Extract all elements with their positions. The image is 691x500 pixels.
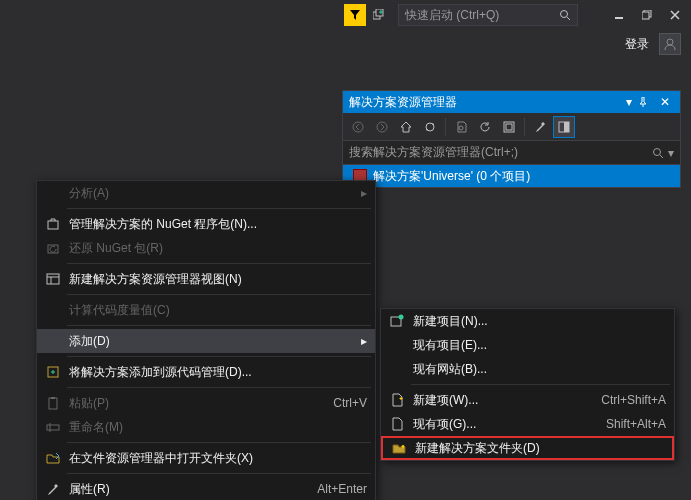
menu-add-source-control[interactable]: 将解决方案添加到源代码管理(D)... [37, 360, 375, 384]
login-row: 登录 [0, 30, 691, 58]
submenu-existing-project[interactable]: 现有项目(E)... [381, 333, 674, 357]
submenu-new-solution-folder[interactable]: 新建解决方案文件夹(D) [381, 436, 674, 460]
rename-icon [41, 415, 65, 439]
new-item-icon [385, 388, 409, 412]
solution-explorer-title-bar[interactable]: 解决方案资源管理器 ▾ ✕ [343, 91, 680, 113]
wrench-icon [41, 477, 65, 500]
pending-changes-icon[interactable] [450, 116, 472, 138]
menu-manage-nuget[interactable]: 管理解决方案的 NuGet 程序包(N)... [37, 212, 375, 236]
properties-icon[interactable] [529, 116, 551, 138]
pin-icon[interactable] [638, 97, 656, 107]
view-icon [41, 267, 65, 291]
menu-new-view[interactable]: 新建解决方案资源管理器视图(N) [37, 267, 375, 291]
solution-explorer-panel: 解决方案资源管理器 ▾ ✕ 搜索解决方案资源管理器(Ctrl+;) ▾ 解决方案… [342, 90, 681, 188]
solution-root-label: 解决方案'Universe' (0 个项目) [373, 168, 530, 185]
menu-rename[interactable]: 重命名(M) [37, 415, 375, 439]
menu-add[interactable]: 添加(D)▸ [37, 329, 375, 353]
context-menu-main: 分析(A)▸ 管理解决方案的 NuGet 程序包(N)... 还原 NuGet … [36, 180, 376, 500]
new-folder-icon [387, 436, 411, 460]
close-panel-icon[interactable]: ✕ [656, 95, 674, 109]
submenu-new-project[interactable]: 新建项目(N)... [381, 309, 674, 333]
svg-point-2 [561, 11, 568, 18]
preview-icon[interactable] [553, 116, 575, 138]
nuget-icon [41, 212, 65, 236]
svg-rect-10 [506, 124, 512, 130]
user-avatar-icon[interactable] [659, 33, 681, 55]
menu-paste[interactable]: 粘贴(P) Ctrl+V [37, 391, 375, 415]
refresh-icon[interactable] [474, 116, 496, 138]
existing-item-icon [385, 412, 409, 436]
new-project-icon [385, 309, 409, 333]
home-icon[interactable] [395, 116, 417, 138]
submenu-existing-website[interactable]: 现有网站(B)... [381, 357, 674, 381]
solution-explorer-toolbar [343, 113, 680, 141]
svg-rect-14 [48, 221, 58, 229]
filter-dropdown-icon[interactable] [344, 4, 366, 26]
restore-icon [41, 236, 65, 260]
svg-point-5 [667, 39, 673, 45]
solution-explorer-title: 解决方案资源管理器 [349, 94, 457, 111]
svg-point-7 [377, 122, 387, 132]
close-button[interactable] [663, 3, 687, 27]
new-pane-icon[interactable] [368, 4, 390, 26]
paste-icon [41, 391, 65, 415]
context-menu-add-submenu: 新建项目(N)... 现有项目(E)... 现有网站(B)... 新建项(W).… [380, 308, 675, 461]
dropdown-icon[interactable]: ▾ [668, 146, 674, 160]
svg-point-8 [459, 126, 463, 130]
se-search-placeholder: 搜索解决方案资源管理器(Ctrl+;) [349, 144, 652, 161]
menu-analyze[interactable]: 分析(A)▸ [37, 181, 375, 205]
solution-explorer-search[interactable]: 搜索解决方案资源管理器(Ctrl+;) ▾ [343, 141, 680, 165]
back-icon[interactable] [347, 116, 369, 138]
solution-tree: 解决方案'Universe' (0 个项目) [343, 165, 680, 187]
svg-rect-4 [642, 12, 649, 19]
submenu-existing-item[interactable]: 现有项(G)... Shift+Alt+A [381, 412, 674, 436]
minimize-button[interactable] [607, 3, 631, 27]
svg-rect-18 [49, 398, 57, 409]
sync-icon[interactable] [419, 116, 441, 138]
svg-rect-12 [564, 122, 569, 132]
menu-open-in-explorer[interactable]: 在文件资源管理器中打开文件夹(X) [37, 446, 375, 470]
menu-restore-nuget[interactable]: 还原 NuGet 包(R) [37, 236, 375, 260]
svg-rect-19 [51, 397, 55, 399]
svg-rect-20 [47, 425, 59, 430]
collapse-all-icon[interactable] [498, 116, 520, 138]
svg-point-13 [654, 148, 661, 155]
svg-point-6 [353, 122, 363, 132]
dropdown-icon[interactable]: ▾ [620, 95, 638, 109]
menu-code-metrics[interactable]: 计算代码度量值(C) [37, 298, 375, 322]
svg-point-22 [399, 315, 404, 320]
search-icon [559, 9, 571, 21]
login-link[interactable]: 登录 [625, 36, 649, 53]
restore-button[interactable] [635, 3, 659, 27]
svg-rect-16 [47, 274, 59, 284]
solution-root-node[interactable]: 解决方案'Universe' (0 个项目) [343, 165, 680, 187]
quick-launch-input[interactable]: 快速启动 (Ctrl+Q) [398, 4, 578, 26]
forward-icon[interactable] [371, 116, 393, 138]
title-bar: 快速启动 (Ctrl+Q) [0, 0, 691, 30]
submenu-new-item[interactable]: 新建项(W)... Ctrl+Shift+A [381, 388, 674, 412]
quick-launch-placeholder: 快速启动 (Ctrl+Q) [405, 7, 559, 24]
source-control-icon [41, 360, 65, 384]
folder-open-icon [41, 446, 65, 470]
menu-properties[interactable]: 属性(R) Alt+Enter [37, 477, 375, 500]
search-icon [652, 147, 664, 159]
